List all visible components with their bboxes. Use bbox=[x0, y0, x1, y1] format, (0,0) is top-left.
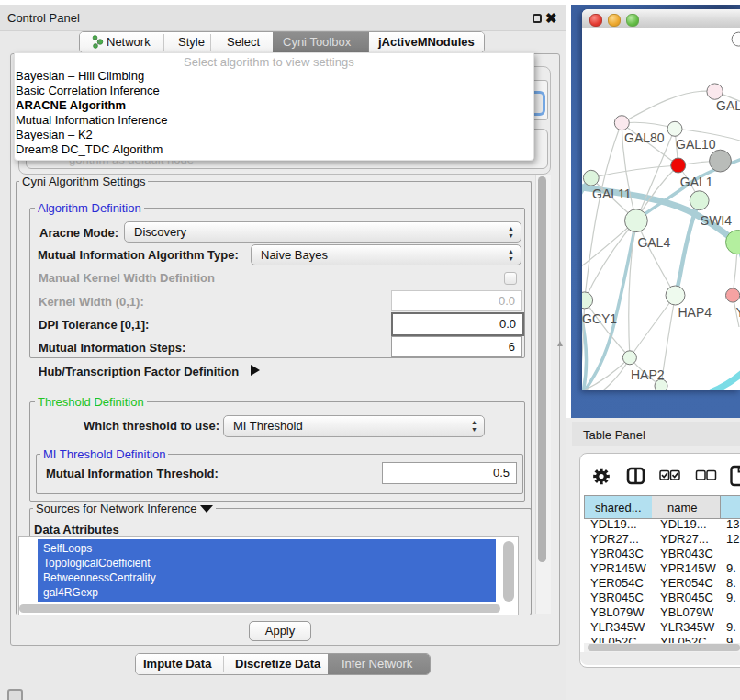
svg-text:GAL10: GAL10 bbox=[676, 137, 716, 152]
svg-text:GAL4: GAL4 bbox=[637, 235, 670, 250]
svg-text:GAL11: GAL11 bbox=[592, 186, 632, 201]
svg-text:HAP4: HAP4 bbox=[678, 305, 712, 320]
svg-text:GAL: GAL bbox=[716, 98, 740, 113]
svg-text:Y: Y bbox=[735, 305, 740, 320]
svg-text:GCY1: GCY1 bbox=[582, 311, 617, 326]
svg-text:GAL1: GAL1 bbox=[680, 175, 713, 189]
svg-text:GAL80: GAL80 bbox=[624, 130, 665, 145]
svg-text:HAP2: HAP2 bbox=[631, 367, 665, 382]
svg-text:SWI4: SWI4 bbox=[701, 213, 732, 228]
